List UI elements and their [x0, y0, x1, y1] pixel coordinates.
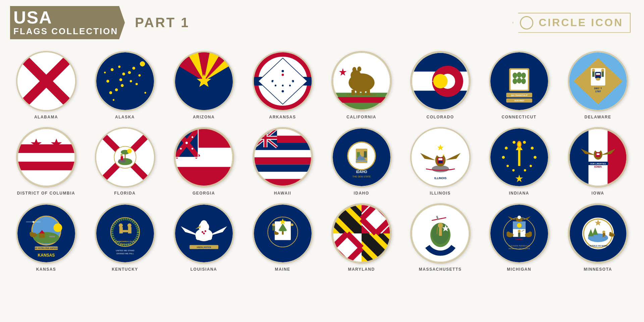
svg-point-285 [518, 230, 521, 233]
svg-text:DIRIGO: DIRIGO [278, 241, 287, 244]
svg-point-146 [357, 150, 360, 153]
flag-circle-connecticut: QUI TRANSTULIT SUSTINET [489, 51, 549, 111]
svg-rect-274 [439, 228, 442, 236]
svg-point-173 [531, 147, 534, 150]
flag-item-alabama: ALABAMA [7, 46, 86, 122]
flag-circle-minnesota: L'ETOILE DU NORD [568, 203, 628, 264]
svg-point-13 [111, 68, 114, 71]
svg-text:1787: 1787 [595, 90, 601, 93]
svg-point-185 [595, 146, 601, 152]
svg-text:DEC 7: DEC 7 [594, 87, 602, 90]
flag-label-connecticut: CONNECTICUT [502, 115, 537, 119]
svg-rect-197 [39, 233, 45, 238]
svg-point-178 [529, 165, 532, 167]
flag-item-connecticut: QUI TRANSTULIT SUSTINET CONNECTICUT [480, 46, 558, 122]
svg-rect-236 [282, 231, 283, 234]
svg-point-210 [127, 223, 131, 227]
flag-label-kentucky: KENTUCKY [112, 267, 138, 272]
svg-point-224 [203, 232, 205, 234]
flag-circle-massachusetts: ENSE PETIT [410, 203, 471, 264]
svg-text:UNION JUSTICE: UNION JUSTICE [197, 246, 211, 248]
svg-point-67 [513, 72, 517, 78]
svg-point-36 [281, 90, 284, 93]
svg-rect-242 [291, 226, 293, 231]
flag-circle-arizona [174, 51, 234, 111]
svg-point-103 [127, 149, 132, 153]
svg-text:THE GEM STATE: THE GEM STATE [352, 175, 371, 178]
svg-text:L'ETOILE DU NORD: L'ETOILE DU NORD [588, 245, 607, 247]
title-flags: FLAGS COLLECTION [13, 26, 118, 37]
flag-item-louisiana: UNION JUSTICE CONFIDENCE LOUISIANA [164, 198, 243, 274]
svg-point-69 [521, 72, 526, 78]
flag-circle-colorado [410, 51, 471, 111]
svg-point-148 [364, 149, 367, 152]
svg-text:CONFIDENCE: CONFIDENCE [198, 249, 210, 251]
svg-point-72 [521, 78, 526, 84]
svg-text:SUSTINET: SUSTINET [514, 100, 524, 102]
flag-circle-alabama [16, 51, 76, 111]
svg-point-42 [281, 74, 284, 76]
flag-circle-california: CALIFORNIA REPUBLIC [331, 51, 392, 111]
flag-label-minnesota: MINNESOTA [584, 267, 612, 272]
svg-rect-131 [254, 179, 312, 186]
svg-point-70 [513, 78, 517, 84]
flag-circle-maryland [331, 203, 392, 264]
svg-point-304 [602, 230, 605, 233]
svg-rect-161 [438, 161, 442, 163]
svg-point-49 [352, 67, 356, 72]
svg-text:COMMONWEALTH OF: COMMONWEALTH OF [115, 240, 135, 243]
svg-point-170 [505, 147, 508, 150]
svg-point-120 [192, 148, 193, 150]
svg-point-291 [528, 231, 532, 235]
header: USA FLAGS COLLECTION PART 1 CIRCLE ICON [0, 0, 644, 43]
flag-label-dc: DISTRICT OF COLUMBIA [17, 191, 75, 196]
svg-rect-181 [569, 128, 589, 186]
flag-item-hawaii: HAWAII [243, 122, 322, 198]
flag-circle-idaho: IDAHO THE GEM STATE [331, 127, 392, 187]
flag-item-arizona: ARIZONA [164, 46, 243, 122]
svg-text:UNITED WE STAND: UNITED WE STAND [116, 250, 135, 252]
svg-rect-82 [601, 71, 604, 77]
flag-circle-arkansas: ARKANSAS [253, 51, 313, 111]
svg-point-289 [506, 231, 510, 235]
svg-rect-212 [122, 230, 128, 232]
svg-text:SI QUAERIS PENINSULAM: SI QUAERIS PENINSULAM [508, 245, 530, 247]
flag-label-louisiana: LOUISIANA [191, 267, 217, 272]
flag-circle-indiana [489, 127, 549, 187]
flag-item-delaware: DEC 7 1787 DELAWARE [558, 46, 637, 122]
svg-point-273 [438, 223, 443, 228]
flag-item-massachusetts: ENSE PETIT MASSACHUSETTS [401, 198, 480, 274]
svg-rect-286 [518, 232, 520, 237]
svg-point-34 [281, 70, 284, 72]
flag-label-iowa: IOWA [592, 191, 604, 196]
svg-point-157 [437, 150, 444, 157]
svg-point-87 [596, 78, 600, 81]
svg-text:OUR LIBERTIES: OUR LIBERTIES [590, 163, 605, 165]
flag-item-georgia: GEORGIA [164, 122, 243, 198]
svg-text:QUI TRANSTULIT: QUI TRANSTULIT [511, 94, 527, 96]
flag-label-delaware: DELAWARE [584, 115, 611, 119]
flag-circle-kentucky: COMMONWEALTH OF KENTUCKY UNITED WE STAND… [95, 203, 155, 264]
svg-rect-92 [17, 162, 75, 170]
svg-text:ENSE PETIT: ENSE PETIT [434, 247, 446, 249]
title-part: PART 1 [135, 15, 190, 30]
flag-item-maine: DIRIGO MAINE [243, 198, 322, 274]
flag-circle-florida [95, 127, 155, 187]
svg-text:KENTUCKY: KENTUCKY [120, 243, 130, 245]
svg-rect-160 [438, 158, 442, 160]
flag-label-illinois: ILLINOIS [430, 191, 451, 196]
svg-point-3 [96, 52, 154, 110]
svg-rect-240 [272, 226, 275, 231]
svg-point-174 [534, 156, 537, 159]
svg-point-208 [119, 223, 123, 227]
svg-point-15 [129, 80, 132, 83]
svg-point-172 [523, 141, 526, 144]
flag-circle-georgia [174, 127, 234, 187]
flag-label-maryland: MARYLAND [348, 267, 375, 272]
svg-rect-209 [119, 227, 122, 233]
svg-text:KANSAS: KANSAS [38, 253, 55, 258]
svg-point-16 [135, 83, 138, 85]
svg-text:ARKANSAS: ARKANSAS [272, 79, 292, 83]
svg-point-39 [274, 85, 276, 86]
svg-point-221 [200, 220, 207, 228]
